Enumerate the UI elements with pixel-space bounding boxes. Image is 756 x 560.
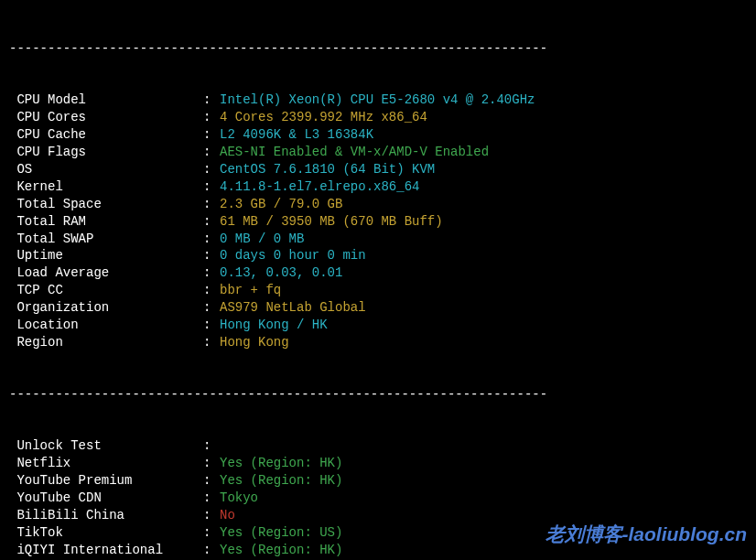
row-separator: :: [203, 264, 220, 282]
row-separator: :: [203, 196, 220, 213]
row-label: OS: [9, 161, 203, 178]
row-separator: :: [203, 282, 220, 299]
row-separator: :: [203, 472, 220, 490]
info-row-region: Region : Hong Kong: [9, 334, 747, 351]
row-separator: :: [203, 161, 220, 178]
info-row-cpu-model: CPU Model : Intel(R) Xeon(R) CPU E5-2680…: [9, 92, 747, 109]
row-value: Intel(R) Xeon(R) CPU E5-2680 v4 @ 2.40GH…: [220, 92, 747, 109]
row-value: Tokyo: [220, 490, 747, 507]
info-row-bilibili-china: BiliBili China : No: [9, 507, 747, 524]
row-value: [220, 437, 747, 455]
row-label: YouTube CDN: [9, 490, 203, 507]
info-row-netflix: Netflix : Yes (Region: HK): [9, 455, 747, 472]
row-separator: :: [203, 144, 220, 161]
info-row-location: Location : Hong Kong / HK: [9, 317, 747, 334]
row-label: Netflix: [9, 455, 203, 472]
row-value: 61 MB / 3950 MB (670 MB Buff): [220, 213, 747, 231]
info-row-youtube-premium: YouTube Premium : Yes (Region: HK): [9, 472, 747, 490]
row-label: BiliBili China: [9, 507, 203, 524]
row-label: Kernel: [9, 178, 203, 196]
row-label: Total SWAP: [9, 231, 203, 248]
row-label: Region: [9, 334, 203, 351]
row-label: Organization: [9, 299, 203, 317]
row-separator: :: [203, 437, 220, 455]
row-separator: :: [203, 299, 220, 317]
row-separator: :: [203, 213, 220, 231]
info-row-cpu-cores: CPU Cores : 4 Cores 2399.992 MHz x86_64: [9, 109, 747, 126]
row-value: AS979 NetLab Global: [220, 299, 747, 317]
row-value: No: [220, 507, 747, 524]
row-value: 4.11.8-1.el7.elrepo.x86_64: [220, 178, 747, 196]
row-value: 4 Cores 2399.992 MHz x86_64: [220, 109, 747, 126]
info-row-os: OS : CentOS 7.6.1810 (64 Bit) KVM: [9, 161, 747, 178]
row-label: Unlock Test: [9, 437, 203, 455]
info-row-uptime: Uptime : 0 days 0 hour 0 min: [9, 247, 747, 264]
row-label: CPU Flags: [9, 144, 203, 161]
row-value: CentOS 7.6.1810 (64 Bit) KVM: [220, 161, 747, 178]
sysinfo-section: CPU Model : Intel(R) Xeon(R) CPU E5-2680…: [9, 92, 747, 350]
row-value: bbr + fq: [220, 282, 747, 299]
info-row-tiktok: TikTok : Yes (Region: US): [9, 524, 747, 542]
row-label: CPU Cache: [9, 126, 203, 144]
info-row-organization: Organization : AS979 NetLab Global: [9, 299, 747, 317]
row-separator: :: [203, 92, 220, 109]
row-value: Yes (Region: HK): [220, 472, 747, 490]
row-separator: :: [203, 178, 220, 196]
info-row-total-space: Total Space : 2.3 GB / 79.0 GB: [9, 196, 747, 213]
row-separator: :: [203, 507, 220, 524]
info-row-youtube-cdn: YouTube CDN : Tokyo: [9, 490, 747, 507]
row-label: CPU Model: [9, 92, 203, 109]
info-row-cpu-flags: CPU Flags : AES-NI Enabled & VM-x/AMD-V …: [9, 144, 747, 161]
divider: ----------------------------------------…: [9, 386, 747, 404]
row-label: iQIYI International: [9, 542, 203, 559]
row-separator: :: [203, 231, 220, 248]
row-separator: :: [203, 455, 220, 472]
row-value: L2 4096K & L3 16384K: [220, 126, 747, 144]
row-label: TikTok: [9, 524, 203, 542]
row-label: Location: [9, 317, 203, 334]
info-row-cpu-cache: CPU Cache : L2 4096K & L3 16384K: [9, 126, 747, 144]
row-label: Total RAM: [9, 213, 203, 231]
row-label: Total Space: [9, 196, 203, 213]
row-value: 2.3 GB / 79.0 GB: [220, 196, 747, 213]
info-row-iqiyi-international: iQIYI International : Yes (Region: HK): [9, 542, 747, 559]
info-row-tcp-cc: TCP CC : bbr + fq: [9, 282, 747, 299]
row-separator: :: [203, 247, 220, 264]
row-label: Uptime: [9, 247, 203, 264]
info-row-total-swap: Total SWAP : 0 MB / 0 MB: [9, 231, 747, 248]
row-value: Hong Kong / HK: [220, 317, 747, 334]
row-separator: :: [203, 126, 220, 144]
row-label: YouTube Premium: [9, 472, 203, 490]
info-row-total-ram: Total RAM : 61 MB / 3950 MB (670 MB Buff…: [9, 213, 747, 231]
divider: ----------------------------------------…: [9, 40, 747, 58]
row-value: Yes (Region: HK): [220, 455, 747, 472]
row-value: Hong Kong: [220, 334, 747, 351]
row-separator: :: [203, 542, 220, 559]
row-label: Load Average: [9, 264, 203, 282]
row-value: AES-NI Enabled & VM-x/AMD-V Enabled: [220, 144, 747, 161]
row-value: Yes (Region: HK): [220, 542, 747, 559]
row-separator: :: [203, 524, 220, 542]
info-row-unlock-header: Unlock Test :: [9, 437, 747, 455]
row-value: Yes (Region: US): [220, 524, 747, 542]
row-value: 0 days 0 hour 0 min: [220, 247, 747, 264]
info-row-kernel: Kernel : 4.11.8-1.el7.elrepo.x86_64: [9, 178, 747, 196]
row-label: TCP CC: [9, 282, 203, 299]
row-separator: :: [203, 490, 220, 507]
row-value: 0.13, 0.03, 0.01: [220, 264, 747, 282]
terminal-output: ----------------------------------------…: [0, 0, 756, 560]
row-value: 0 MB / 0 MB: [220, 231, 747, 248]
row-separator: :: [203, 109, 220, 126]
row-separator: :: [203, 334, 220, 351]
row-label: CPU Cores: [9, 109, 203, 126]
unlock-section: Unlock Test : Netflix : Yes (Region: HK)…: [9, 437, 747, 560]
row-separator: :: [203, 317, 220, 334]
info-row-load-average: Load Average : 0.13, 0.03, 0.01: [9, 264, 747, 282]
